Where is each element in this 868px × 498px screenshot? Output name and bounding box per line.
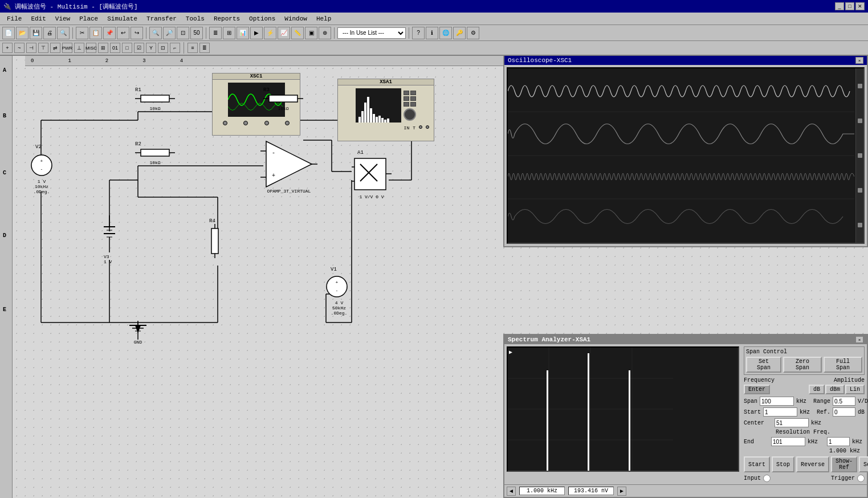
note-tool[interactable]: □ <box>122 43 132 53</box>
menu-place[interactable]: Place <box>75 14 103 23</box>
info-button[interactable]: ℹ <box>426 27 438 39</box>
sa-btn3[interactable] <box>404 96 409 101</box>
term-c[interactable] <box>264 121 269 125</box>
db-button[interactable]: dB <box>809 385 825 394</box>
r1-resistor[interactable]: R1 10kΩ <box>135 87 175 111</box>
help-button[interactable]: ? <box>412 27 425 39</box>
select-tool[interactable]: + <box>2 43 13 53</box>
menu-tools[interactable]: Tools <box>181 14 209 23</box>
trigger-radio[interactable] <box>857 475 865 482</box>
menu-file[interactable]: File <box>2 14 26 23</box>
board-button[interactable]: ▣ <box>305 27 317 39</box>
a1-multiplier[interactable]: A1 1 V/V 0 V <box>352 150 392 199</box>
set-span-button[interactable]: Set Span <box>746 357 781 373</box>
end-input[interactable] <box>771 437 805 446</box>
menu-view[interactable]: View <box>51 14 75 23</box>
set-button[interactable]: Set... <box>859 456 868 472</box>
term-b[interactable] <box>243 121 248 125</box>
range-input[interactable] <box>833 397 855 406</box>
start-button[interactable]: Start <box>744 456 770 472</box>
r2-resistor[interactable]: R2 10kΩ <box>135 141 175 165</box>
zoom-out-button[interactable]: 🔎 <box>163 27 176 39</box>
stop-button[interactable]: Stop <box>772 456 794 472</box>
component-button[interactable]: ⊕ <box>319 27 331 39</box>
fit-button[interactable]: ⊡ <box>177 27 189 39</box>
title-bar-controls[interactable]: _ □ ✕ <box>835 2 865 10</box>
hb-tool[interactable]: ⊞ <box>98 43 108 53</box>
xsa1-component[interactable]: XSA1 <box>337 79 434 141</box>
print-button[interactable]: 🖨 <box>43 27 56 39</box>
license-button[interactable]: 🔑 <box>453 27 466 39</box>
res-freq-input[interactable] <box>827 437 850 446</box>
menu-edit[interactable]: Edit <box>26 14 50 23</box>
measure-button[interactable]: 📏 <box>291 27 304 39</box>
junction-tool[interactable]: ⊤ <box>38 43 48 53</box>
table-button[interactable]: ⊞ <box>223 27 235 39</box>
title-tool[interactable]: 01 <box>110 43 120 53</box>
sa-btn1[interactable] <box>404 91 409 95</box>
graph-button[interactable]: 📊 <box>237 27 249 39</box>
full-span-button[interactable]: Full Span <box>824 357 862 373</box>
dbm-button[interactable]: dBm <box>825 385 845 394</box>
r3-resistor[interactable]: R3 10kΩ <box>263 87 303 111</box>
remote-button[interactable]: ⚙ <box>467 27 479 39</box>
preview-button[interactable]: 🔍 <box>57 27 70 39</box>
netlist-button[interactable]: ≣ <box>209 27 222 39</box>
inuse-list-dropdown[interactable]: --- In Use List --- <box>337 27 406 39</box>
logic-button[interactable]: ⚡ <box>264 27 276 39</box>
v3-battery[interactable]: V31 V <box>101 215 118 264</box>
sa-btn5[interactable] <box>404 102 409 107</box>
scroll-right-button[interactable]: ► <box>617 487 626 496</box>
paste-button[interactable]: 📌 <box>103 27 116 39</box>
line-tool[interactable]: ⌐ <box>170 43 180 53</box>
support-button[interactable]: 🌐 <box>439 27 452 39</box>
sa-btn4[interactable] <box>410 96 416 101</box>
analysis-button[interactable]: 📈 <box>278 27 290 39</box>
power-tool[interactable]: PWR <box>62 43 72 53</box>
show-ref-button[interactable]: Show-Ref <box>831 456 857 472</box>
wire-tool[interactable]: ~ <box>14 43 25 53</box>
canvas-area[interactable]: 0 1 2 3 4 <box>13 56 868 498</box>
new-button[interactable]: 📄 <box>2 27 15 39</box>
ref-input[interactable] <box>833 407 855 417</box>
center-input[interactable] <box>775 418 809 427</box>
start-input[interactable] <box>763 407 797 417</box>
menu-transfer[interactable]: Transfer <box>142 14 181 23</box>
gnd-tool[interactable]: ⊥ <box>74 43 84 53</box>
misc-tool[interactable]: MISC <box>86 43 96 53</box>
close-button[interactable]: ✕ <box>855 2 865 10</box>
sa-in-term[interactable] <box>419 125 422 129</box>
term-a[interactable] <box>223 121 227 125</box>
reverse-button[interactable]: Reverse <box>796 456 829 472</box>
y-tool[interactable]: Y <box>146 43 156 53</box>
box-tool[interactable]: ⊡ <box>158 43 168 53</box>
spec-close-button[interactable]: × <box>855 336 863 343</box>
save-button[interactable]: 💾 <box>30 27 42 39</box>
menu-simulate[interactable]: Simulate <box>103 14 142 23</box>
sa-t-term[interactable] <box>426 125 429 129</box>
simulate-button[interactable]: ▶ <box>250 27 263 39</box>
cut-button[interactable]: ✂ <box>76 27 88 39</box>
param-tool[interactable]: ≣ <box>199 43 210 53</box>
bus-tool[interactable]: ⊣ <box>26 43 36 53</box>
v2-source[interactable]: V2 + - 1 V10kHz.0Deg. <box>30 144 54 181</box>
v1-source[interactable]: V1 + - 4 V50kHz.0Deg. <box>325 267 353 309</box>
menu-reports[interactable]: Reports <box>209 14 244 23</box>
enter-button[interactable]: Enter <box>744 385 770 394</box>
zoom-in-button[interactable]: 🔍 <box>149 27 162 39</box>
osc-close-button[interactable]: × <box>855 57 863 64</box>
maximize-button[interactable]: □ <box>845 2 854 10</box>
probe-tool[interactable]: ☑ <box>134 43 144 53</box>
sa-btn2[interactable] <box>410 91 416 95</box>
menu-help[interactable]: Help <box>312 14 336 23</box>
redo-button[interactable]: ↪ <box>131 27 143 39</box>
sa-btn6[interactable] <box>410 102 416 107</box>
open-button[interactable]: 📂 <box>16 27 28 39</box>
scroll-left-button[interactable]: ◄ <box>507 487 516 496</box>
undo-button[interactable]: ↩ <box>117 27 129 39</box>
menu-options[interactable]: Options <box>244 14 280 23</box>
menu-window[interactable]: Window <box>280 14 312 23</box>
zoom50-button[interactable]: 50 <box>190 27 203 39</box>
eq-tool[interactable]: ≡ <box>188 43 198 53</box>
span-input[interactable] <box>760 397 794 406</box>
